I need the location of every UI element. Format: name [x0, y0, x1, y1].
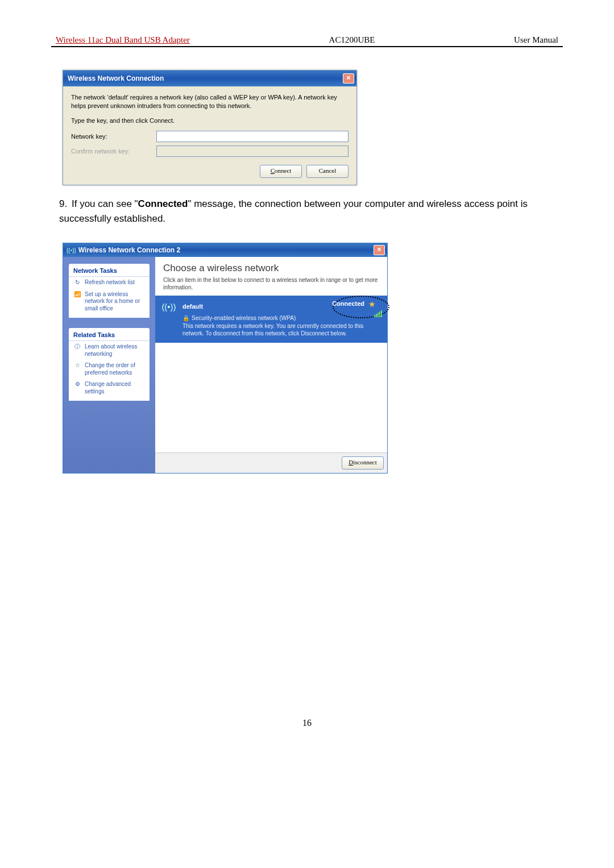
header-left: Wireless 11ac Dual Band USB Adapter [56, 35, 190, 45]
sidebar-heading-network-tasks: Network Tasks [69, 264, 150, 277]
connect-button[interactable]: Connect [260, 165, 302, 178]
gear-icon: ⚙ [73, 381, 81, 388]
dialog-title: Wireless Network Connection [68, 74, 164, 82]
status-badge: Connected [332, 300, 364, 307]
instruction-step: 9.If you can see "Connected" message, th… [51, 197, 563, 226]
setup-network-link[interactable]: 📶Set up a wireless network for a home or… [69, 289, 150, 315]
disconnect-button[interactable]: Disconnect [342, 456, 384, 470]
info-icon: ⓘ [73, 343, 81, 351]
content-heading: Choose a wireless network [155, 257, 387, 276]
network-key-label: Network key: [71, 133, 156, 140]
close-icon[interactable]: × [343, 73, 354, 84]
change-order-link[interactable]: ☆Change the order of preferred networks [69, 360, 150, 379]
confirm-key-label: Confirm network key: [71, 148, 156, 155]
cancel-button[interactable]: Cancel [306, 165, 349, 178]
security-text: Security-enabled wireless network (WPA) [192, 315, 296, 321]
header-mid: AC1200UBE [329, 35, 375, 45]
sidebar: Network Tasks ↻Refresh network list 📶Set… [63, 257, 155, 473]
doc-header: Wireless 11ac Dual Band USB Adapter AC12… [51, 34, 563, 47]
network-key-input[interactable] [156, 131, 349, 142]
dialog-titlebar: Wireless Network Connection × [63, 70, 356, 86]
sidebar-heading-related-tasks: Related Tasks [69, 328, 150, 341]
page-number: 16 [51, 718, 563, 728]
dialog2-titlebar: ((•))Wireless Network Connection 2 × [63, 243, 387, 257]
network-description: This network requires a network key. You… [182, 322, 381, 337]
refresh-network-link[interactable]: ↻Refresh network list [69, 277, 150, 289]
signal-icon [374, 310, 382, 317]
favorite-icon: ★ [368, 300, 376, 309]
antenna-icon: ((•)) [67, 247, 76, 254]
advanced-settings-link[interactable]: ⚙Change advanced settings [69, 379, 150, 397]
network-icon: ((•)) [161, 300, 177, 313]
network-list-item[interactable]: ((•)) default Connected ★ 🔒Security-enab… [155, 296, 387, 343]
dialog-text-1: The network 'default' requires a network… [71, 93, 349, 111]
dialog2-title: Wireless Network Connection 2 [78, 246, 180, 254]
lock-icon: 🔒 [182, 315, 189, 321]
confirm-key-input [156, 146, 349, 157]
header-right: User Manual [514, 35, 558, 45]
learn-link[interactable]: ⓘLearn about wireless networking [69, 341, 150, 360]
network-name: default [182, 303, 203, 310]
network-key-dialog: Wireless Network Connection × The networ… [63, 70, 357, 185]
close-icon[interactable]: × [374, 245, 385, 255]
wireless-networks-dialog: ((•))Wireless Network Connection 2 × Net… [63, 243, 388, 474]
setup-icon: 📶 [73, 291, 81, 298]
star-icon: ☆ [73, 362, 81, 369]
content-subtext: Click an item in the list below to conne… [155, 276, 387, 296]
dialog-text-2: Type the key, and then click Connect. [71, 117, 349, 125]
refresh-icon: ↻ [73, 279, 81, 286]
